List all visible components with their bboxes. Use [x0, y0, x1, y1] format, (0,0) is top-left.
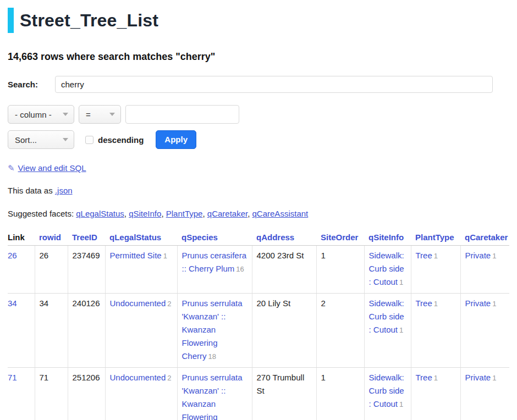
search-label: Search:	[8, 80, 55, 89]
view-edit-sql-link[interactable]: View and edit SQL	[18, 163, 86, 173]
cell-planttype: Tree1	[411, 368, 460, 420]
facet-value-link[interactable]: Private	[465, 251, 491, 260]
column-header-label: rowid	[39, 233, 61, 242]
sort-select[interactable]: Sort...	[8, 130, 74, 149]
facet-value-link[interactable]: Undocumented	[110, 299, 166, 308]
row-link[interactable]: 71	[8, 373, 17, 382]
column-header-label: TreeID	[72, 233, 97, 242]
facet-count: 18	[208, 352, 216, 361]
table-row: 34 34 240126 Undocumented2 Prunus serrul…	[8, 294, 509, 368]
operator-select[interactable]: =	[79, 105, 121, 124]
column-header-label: qSiteInfo	[369, 233, 404, 242]
column-header-treeid[interactable]: TreeID	[68, 229, 105, 246]
page-title: Street_Tree_List	[8, 8, 509, 33]
sort-select-value: Sort...	[15, 135, 37, 145]
chevron-down-icon	[109, 113, 115, 116]
column-select[interactable]: - column -	[8, 105, 74, 124]
facet-count: 1	[492, 300, 496, 308]
column-header-label: SiteOrder	[321, 233, 358, 242]
column-header-qsiteinfo[interactable]: qSiteInfo	[364, 229, 411, 246]
cell-siteorder: 1	[316, 368, 364, 420]
cell-link: 26	[8, 246, 35, 294]
cell-rowid: 26	[35, 246, 68, 294]
row-link[interactable]: 26	[8, 251, 17, 260]
facet-count: 1	[434, 300, 438, 308]
facet-value-link[interactable]: Prunus serrulata 'Kwanzan' :: Kwanzan Fl…	[182, 373, 243, 420]
column-header-planttype[interactable]: PlantType	[411, 229, 460, 246]
facet-value-link[interactable]: Tree	[416, 373, 432, 382]
cell-qspecies: Prunus cerasifera :: Cherry Plum16	[177, 246, 252, 294]
facet-link-PlantType[interactable]: PlantType	[166, 209, 203, 218]
facet-link-qLegalStatus[interactable]: qLegalStatus	[76, 209, 124, 218]
results-table: Link rowid TreeID qLegalStatus qSpecies …	[8, 229, 509, 420]
row-link[interactable]: 34	[8, 299, 17, 308]
facet-value-link[interactable]: Undocumented	[110, 373, 166, 382]
facet-link-qSiteInfo[interactable]: qSiteInfo	[129, 209, 161, 218]
chevron-down-icon	[63, 113, 68, 116]
cell-treeid: 237469	[68, 246, 105, 294]
apply-button[interactable]: Apply	[156, 130, 196, 149]
cell-treeid: 251206	[68, 368, 105, 420]
facet-count: 16	[236, 265, 244, 273]
column-header-label: qCaretaker	[465, 233, 508, 242]
facet-count: 1	[399, 278, 403, 286]
facet-value-link[interactable]: Prunus serrulata 'Kwanzan' :: Kwanzan Fl…	[182, 299, 243, 361]
column-header-qaddress[interactable]: qAddress	[252, 229, 316, 246]
cell-siteorder: 1	[316, 246, 364, 294]
facet-value-link[interactable]: Tree	[416, 299, 432, 308]
facet-value-link[interactable]: Private	[465, 299, 491, 308]
pencil-icon: ✎	[8, 163, 15, 173]
json-link[interactable]: .json	[55, 186, 73, 195]
column-header-qcaretaker[interactable]: qCaretaker	[460, 229, 509, 246]
facet-count: 2	[167, 300, 171, 308]
facet-count: 1	[399, 326, 403, 334]
cell-qlegalstatus: Undocumented2	[105, 368, 177, 420]
cell-qsiteinfo: Sidewalk: Curb side : Cutout1	[364, 294, 411, 368]
facet-separator: ,	[248, 209, 252, 218]
column-header-rowid[interactable]: rowid	[35, 229, 68, 246]
filter-value-input[interactable]	[125, 105, 239, 124]
search-input[interactable]	[55, 76, 493, 93]
data-as-prefix: This data as	[8, 186, 55, 195]
facet-value-link[interactable]: Permitted Site	[110, 251, 162, 260]
suggested-facets-row: Suggested facets: qLegalStatus, qSiteInf…	[8, 209, 509, 218]
facet-count: 2	[167, 374, 171, 382]
facet-count: 1	[399, 400, 403, 408]
cell-qcaretaker: Private1	[460, 368, 509, 420]
table-header-row: Link rowid TreeID qLegalStatus qSpecies …	[8, 229, 509, 246]
facet-link-qCareAssistant[interactable]: qCareAssistant	[252, 209, 309, 218]
facet-count: 1	[492, 374, 496, 382]
cell-qlegalstatus: Permitted Site1	[105, 246, 177, 294]
column-header-qspecies[interactable]: qSpecies	[177, 229, 252, 246]
column-header-label: qSpecies	[182, 233, 218, 242]
column-header-label: qLegalStatus	[109, 233, 161, 242]
column-header-qlegalstatus[interactable]: qLegalStatus	[105, 229, 177, 246]
cell-qaddress: 4200 23rd St	[252, 246, 316, 294]
facet-count: 1	[434, 374, 438, 382]
cell-rowid: 34	[35, 294, 68, 368]
cell-rowid: 71	[35, 368, 68, 420]
data-as-row: This data as .json	[8, 186, 509, 195]
facet-separator: ,	[161, 209, 166, 218]
descending-checkbox[interactable]	[85, 136, 94, 144]
facet-value-link[interactable]: Tree	[416, 251, 432, 260]
column-header-link: Link	[8, 229, 35, 246]
operator-select-value: =	[86, 110, 91, 119]
cell-planttype: Tree1	[411, 294, 460, 368]
table-row: 26 26 237469 Permitted Site1 Prunus cera…	[8, 246, 509, 294]
column-header-siteorder[interactable]: SiteOrder	[316, 229, 364, 246]
cell-qsiteinfo: Sidewalk: Curb side : Cutout1	[364, 246, 411, 294]
column-header-label: PlantType	[415, 233, 454, 242]
facet-count: 1	[163, 252, 167, 260]
descending-label: descending	[98, 135, 144, 145]
column-select-value: - column -	[15, 110, 52, 119]
filter-row: - column - =	[8, 105, 509, 124]
facet-link-qCaretaker[interactable]: qCaretaker	[207, 209, 248, 218]
cell-qcaretaker: Private1	[460, 294, 509, 368]
facet-value-link[interactable]: Private	[465, 373, 491, 382]
cell-qsiteinfo: Sidewalk: Curb side : Cutout1	[364, 368, 411, 420]
cell-planttype: Tree1	[411, 246, 460, 294]
facet-count: 1	[492, 252, 496, 260]
search-row: Search:	[8, 76, 509, 93]
cell-siteorder: 2	[316, 294, 364, 368]
